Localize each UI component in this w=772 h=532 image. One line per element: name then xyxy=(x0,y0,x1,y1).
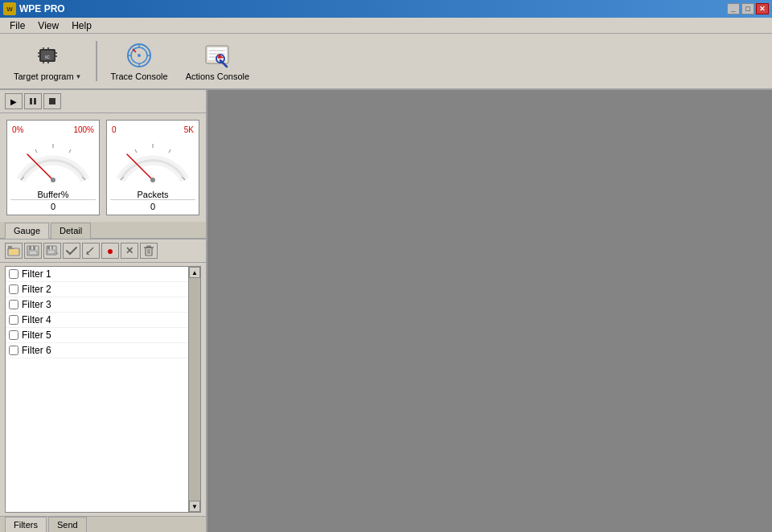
window-title: WPE PRO xyxy=(19,3,65,14)
svg-rect-6 xyxy=(47,47,49,49)
filter-3-checkbox[interactable] xyxy=(9,300,18,309)
dropdown-arrow-icon: ▼ xyxy=(76,73,82,80)
svg-rect-7 xyxy=(43,62,44,63)
filter-tabs: Filters Send xyxy=(0,516,206,532)
main-content: ▶ 0% 100% xyxy=(0,90,772,532)
target-program-button[interactable]: IC Target program ▼ xyxy=(6,37,89,85)
buffer-gauge: 0% 100% xyxy=(6,120,100,215)
actions-console-icon xyxy=(203,41,232,70)
packets-gauge-svg xyxy=(110,128,195,184)
svg-line-31 xyxy=(69,149,71,153)
buffer-min-label: 0% xyxy=(12,125,23,134)
svg-rect-59 xyxy=(146,248,152,256)
play-button[interactable]: ▶ xyxy=(5,93,23,109)
menu-help[interactable]: Help xyxy=(65,18,98,33)
svg-rect-27 xyxy=(49,98,55,104)
trace-console-icon xyxy=(125,41,154,70)
filter-item-3[interactable]: Filter 3 xyxy=(6,297,200,313)
menu-bar: File View Help xyxy=(0,18,772,34)
filter-2-label: Filter 2 xyxy=(22,284,51,295)
filter-save-as-button[interactable]: + xyxy=(43,243,61,259)
gauge-tabs: Gauge Detail xyxy=(0,222,206,239)
tab-filters[interactable]: Filters xyxy=(5,517,47,532)
scroll-down-button[interactable]: ▼ xyxy=(189,501,200,512)
filter-check-button[interactable] xyxy=(63,243,80,259)
svg-point-34 xyxy=(51,178,55,182)
filter-edit-button[interactable] xyxy=(82,243,100,259)
maximize-button[interactable]: □ xyxy=(741,3,754,14)
buffer-gauge-svg xyxy=(10,128,96,184)
filter-item-5[interactable]: Filter 5 xyxy=(6,328,200,343)
filter-item-2[interactable]: Filter 2 xyxy=(6,282,200,297)
filter-clear-button[interactable] xyxy=(140,243,158,259)
tab-send[interactable]: Send xyxy=(48,517,87,532)
svg-marker-56 xyxy=(93,248,95,249)
actions-console-label: Actions Console xyxy=(186,72,250,81)
packets-gauge-name: Packets xyxy=(137,190,168,199)
svg-rect-25 xyxy=(30,98,32,104)
filter-item-1[interactable]: Filter 1 xyxy=(6,267,200,282)
svg-rect-45 xyxy=(9,249,18,255)
svg-point-41 xyxy=(150,178,155,182)
tab-gauge[interactable]: Gauge xyxy=(5,223,49,239)
svg-rect-5 xyxy=(43,47,44,49)
buffer-gauge-name: Buffer% xyxy=(38,190,69,199)
filter-5-checkbox[interactable] xyxy=(9,330,18,340)
svg-text:+: + xyxy=(55,251,59,256)
actions-console-button[interactable]: Actions Console xyxy=(179,37,257,85)
toolbar-separator-1 xyxy=(96,41,97,81)
menu-file[interactable]: File xyxy=(3,18,31,33)
toolbar: IC Target program ▼ Trace Console xyxy=(0,34,772,90)
svg-line-57 xyxy=(87,252,88,254)
title-bar: W WPE PRO _ □ ✕ xyxy=(0,0,772,18)
packets-gauge-display: 0 5K xyxy=(110,124,195,188)
svg-rect-3 xyxy=(55,52,57,54)
filter-1-checkbox[interactable] xyxy=(9,269,18,279)
svg-rect-8 xyxy=(47,62,49,63)
filter-2-checkbox[interactable] xyxy=(9,284,18,294)
filter-item-4[interactable]: Filter 4 xyxy=(6,313,200,328)
scroll-up-button[interactable]: ▲ xyxy=(189,267,200,278)
filter-save-button[interactable] xyxy=(24,243,42,259)
filter-1-label: Filter 1 xyxy=(22,268,51,280)
trace-console-label: Trace Console xyxy=(111,72,168,81)
svg-rect-49 xyxy=(31,247,33,250)
target-program-label: Target program xyxy=(14,72,74,81)
minimize-button[interactable]: _ xyxy=(727,3,740,14)
filter-scrollbar[interactable]: ▲ ▼ xyxy=(188,266,201,513)
filter-open-button[interactable] xyxy=(5,243,23,259)
svg-rect-53 xyxy=(50,247,51,250)
svg-line-36 xyxy=(135,149,137,153)
packets-min-label: 0 xyxy=(112,125,117,134)
title-bar-controls: _ □ ✕ xyxy=(727,3,769,14)
right-panel xyxy=(207,90,772,532)
menu-view[interactable]: View xyxy=(31,18,65,33)
filter-item-6[interactable]: Filter 6 xyxy=(6,343,200,358)
packets-max-label: 5K xyxy=(184,125,194,134)
stop-button[interactable] xyxy=(43,93,61,109)
buffer-gauge-display: 0% 100% xyxy=(10,124,96,188)
svg-point-18 xyxy=(138,54,141,57)
filter-4-checkbox[interactable] xyxy=(9,315,18,325)
svg-line-38 xyxy=(169,149,170,153)
svg-line-58 xyxy=(87,254,89,255)
target-program-icon: IC xyxy=(33,41,62,70)
gauge-section: ▶ 0% 100% xyxy=(0,90,206,239)
filter-delete-button[interactable]: ✕ xyxy=(121,243,138,259)
app-icon: W xyxy=(3,2,16,15)
svg-rect-61 xyxy=(147,246,150,248)
svg-rect-2 xyxy=(38,55,39,57)
close-button[interactable]: ✕ xyxy=(756,3,769,14)
filter-6-checkbox[interactable] xyxy=(9,346,18,355)
filter-4-label: Filter 4 xyxy=(22,314,51,325)
scroll-thumb[interactable] xyxy=(189,278,200,501)
pause-button[interactable] xyxy=(24,93,42,109)
trace-console-button[interactable]: Trace Console xyxy=(104,37,175,85)
svg-rect-1 xyxy=(38,52,39,54)
tab-detail[interactable]: Detail xyxy=(51,223,91,239)
filter-5-label: Filter 5 xyxy=(22,329,51,341)
filter-6-label: Filter 6 xyxy=(22,345,51,356)
filter-section: + xyxy=(0,239,206,532)
filter-new-button[interactable]: ● xyxy=(101,243,119,259)
title-bar-left: W WPE PRO xyxy=(3,2,65,15)
